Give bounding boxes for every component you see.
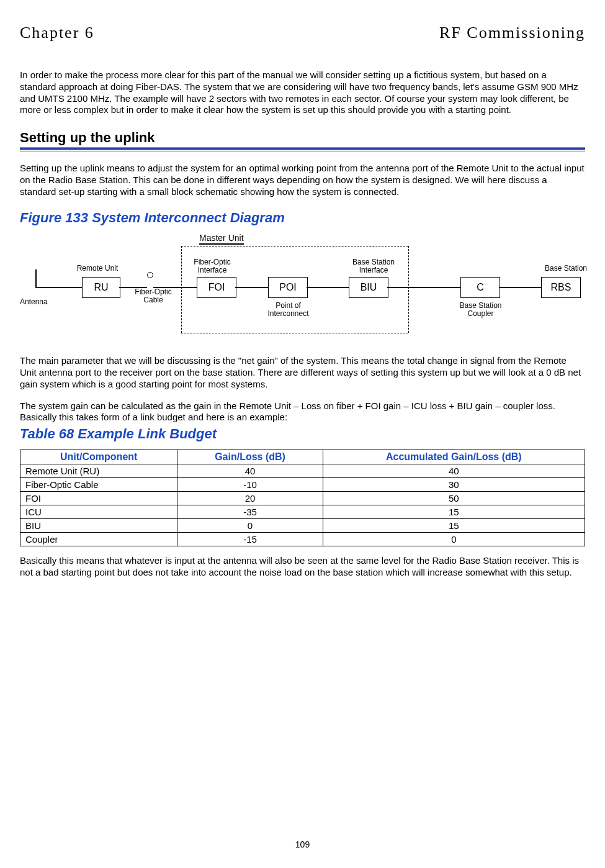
cell-unit: FOI (20, 492, 177, 505)
gain-calc-paragraph: The system gain can be calculated as the… (20, 400, 585, 424)
system-interconnect-diagram: Master Unit Remote Unit Fiber-Optic Inte… (20, 233, 585, 345)
master-unit-dash-left (181, 246, 182, 333)
box-c: C (460, 277, 500, 298)
cell-unit: Fiber-Optic Cable (20, 478, 177, 492)
link-budget-table: Unit/Component Gain/Loss (dB) Accumulate… (20, 450, 585, 546)
fiber-connector-icon (147, 272, 153, 278)
cell-unit: ICU (20, 505, 177, 519)
header-chapter: Chapter 6 (20, 24, 94, 42)
table-header-row: Unit/Component Gain/Loss (dB) Accumulate… (20, 450, 585, 464)
line-foi-poi (235, 287, 268, 288)
page-header: Chapter 6 RF Commissioning (20, 24, 585, 42)
figure-title: Figure 133 System Interconnect Diagram (20, 210, 585, 226)
label-antenna: Antenna (20, 298, 51, 306)
box-ru: RU (82, 277, 120, 298)
header-title: RF Commissioning (439, 24, 585, 42)
cell-unit: Coupler (20, 533, 177, 546)
antenna-bar (35, 269, 37, 288)
page-number: 109 (20, 839, 585, 849)
table-row: BIU 0 15 (20, 519, 585, 533)
label-biu: Base Station Interface (349, 258, 398, 274)
cell-gain: 40 (177, 464, 323, 478)
box-rbs: RBS (541, 277, 581, 298)
label-fiber-cable: Fiber-Optic Cable (132, 288, 175, 304)
net-gain-paragraph: The main parameter that we will be discu… (20, 355, 585, 390)
cell-acc: 0 (323, 533, 585, 546)
cell-acc: 50 (323, 492, 585, 505)
th-acc: Accumulated Gain/Loss (dB) (323, 450, 585, 464)
line-ant-ru (35, 287, 82, 288)
label-master-unit: Master Unit (199, 233, 244, 243)
line-biu-c (387, 287, 460, 288)
table-row: Coupler -15 0 (20, 533, 585, 546)
cell-unit: Remote Unit (RU) (20, 464, 177, 478)
cell-gain: 0 (177, 519, 323, 533)
label-coupler: Base Station Coupler (457, 302, 504, 318)
cell-gain: -35 (177, 505, 323, 519)
cell-acc: 15 (323, 519, 585, 533)
intro-paragraph: In order to make the process more clear … (20, 70, 585, 116)
heading-rule (20, 147, 585, 151)
box-foi: FOI (197, 277, 236, 298)
th-unit: Unit/Component (20, 450, 177, 464)
table-row: ICU -35 15 (20, 505, 585, 519)
master-unit-underline (199, 243, 244, 245)
line-poi-biu (307, 287, 349, 288)
table-row: FOI 20 50 (20, 492, 585, 505)
box-biu: BIU (349, 277, 388, 298)
section-heading-uplink: Setting up the uplink (20, 130, 585, 146)
cell-gain: 20 (177, 492, 323, 505)
th-gain: Gain/Loss (dB) (177, 450, 323, 464)
label-foi: Fiber-Optic Interface (190, 258, 234, 274)
cell-unit: BIU (20, 519, 177, 533)
cell-acc: 30 (323, 478, 585, 492)
line-c-rbs (499, 287, 541, 288)
table-title: Table 68 Example Link Budget (20, 426, 585, 442)
closing-paragraph: Basically this means that whatever is in… (20, 555, 585, 579)
uplink-paragraph: Setting up the uplink means to adjust th… (20, 163, 585, 197)
label-poi: Point of Interconnect (265, 302, 311, 318)
table-row: Remote Unit (RU) 40 40 (20, 464, 585, 478)
cell-gain: -10 (177, 478, 323, 492)
master-unit-dash-bottom (181, 333, 408, 333)
cell-acc: 15 (323, 505, 585, 519)
master-unit-dash-top (181, 246, 408, 246)
label-remote-unit: Remote Unit (73, 264, 122, 273)
label-base-station: Base Station (541, 264, 591, 273)
cell-gain: -15 (177, 533, 323, 546)
cell-acc: 40 (323, 464, 585, 478)
box-poi: POI (268, 277, 308, 298)
table-row: Fiber-Optic Cable -10 30 (20, 478, 585, 492)
master-unit-dash-right (408, 246, 409, 333)
